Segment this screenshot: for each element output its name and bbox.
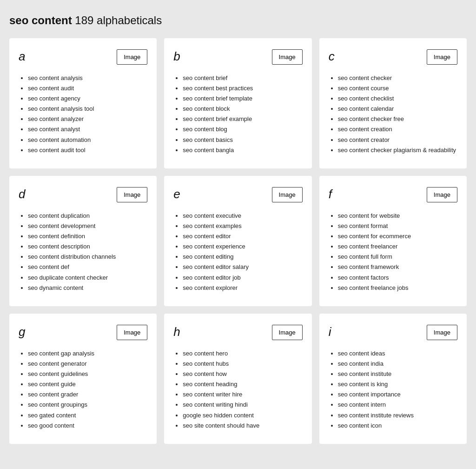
list-item: seo content duplication [28,211,147,221]
image-button-f[interactable]: Image [427,187,457,202]
list-item: seo content for ecommerce [338,231,457,241]
list-item: seo content automation [28,135,147,145]
list-item: seo content basics [183,135,302,145]
card-list-f: seo content for websiteseo content forma… [329,211,457,293]
card-list-b: seo content briefseo content best practi… [173,73,302,155]
list-item: seo content generator [28,359,147,369]
list-item: seo content analysis [28,73,147,83]
card-list-i: seo content ideasseo content indiaseo co… [329,348,457,431]
image-button-g[interactable]: Image [117,325,147,340]
list-item: seo content freelancer [338,241,457,252]
list-item: seo content editing [183,252,302,262]
list-item: seo content creator [338,135,457,145]
card-letter-d: d [19,187,25,201]
list-item: seo content brief [183,73,302,83]
image-button-h[interactable]: Image [272,325,303,340]
card-d: dImageseo content duplicationseo content… [9,176,157,306]
list-item: seo content editor job [183,273,302,283]
list-item: seo content guidelines [28,369,147,379]
list-item: seo content framework [338,262,457,272]
list-item: seo gated content [28,410,147,421]
list-item: seo content how [183,369,302,379]
list-item: seo content checker plagiarism & readabi… [338,145,457,155]
card-list-d: seo content duplicationseo content devel… [19,211,147,293]
card-letter-c: c [329,49,335,64]
list-item: seo content analyzer [28,114,147,124]
card-list-g: seo content gap analysisseo content gene… [19,348,147,431]
list-item: seo content analysis tool [28,104,147,114]
list-item: seo content executive [183,211,302,221]
list-item: seo content examples [183,221,302,231]
image-button-b[interactable]: Image [272,49,303,65]
list-item: seo content hero [183,348,302,359]
list-item: seo content editor [183,231,302,241]
list-item: seo content checker [338,73,457,83]
list-item: seo content writing hindi [183,400,302,410]
card-letter-a: a [19,49,25,64]
list-item: seo content agency [28,94,147,104]
list-item: seo content institute reviews [338,410,457,421]
list-item: seo content blog [183,124,302,134]
list-item: seo content best practices [183,83,302,94]
card-a: aImageseo content analysisseo content au… [9,38,157,168]
card-letter-g: g [19,325,25,339]
list-item: seo content block [183,104,302,114]
list-item: seo dynamic content [28,283,147,293]
list-item: seo content analyst [28,124,147,134]
list-item: seo content audit [28,83,147,94]
list-item: seo content intern [338,400,457,410]
list-item: seo content full form [338,252,457,262]
list-item: seo content brief template [183,94,302,104]
list-item: seo content brief example [183,114,302,124]
list-item: seo content ideas [338,348,457,359]
list-item: seo content heading [183,379,302,389]
list-item: seo content distribution channels [28,252,147,262]
card-letter-e: e [173,187,180,201]
list-item: seo content guide [28,379,147,389]
list-item: seo content gap analysis [28,348,147,359]
list-item: seo content factors [338,273,457,283]
card-list-e: seo content executiveseo content example… [173,211,302,293]
list-item: seo content india [338,359,457,369]
image-button-c[interactable]: Image [427,49,457,65]
image-button-e[interactable]: Image [272,187,303,202]
list-item: seo content for website [338,211,457,221]
list-item: seo site content should have [183,421,302,431]
list-item: seo content course [338,83,457,94]
list-item: seo content checker free [338,114,457,124]
list-item: seo content writer hire [183,389,302,400]
card-h: hImageseo content heroseo content hubsse… [164,314,311,444]
list-item: google seo hidden content [183,410,302,421]
cards-grid: aImageseo content analysisseo content au… [9,38,467,444]
card-letter-f: f [329,187,332,201]
list-item: seo content institute [338,369,457,379]
card-g: gImageseo content gap analysisseo conten… [9,314,157,444]
image-button-a[interactable]: Image [117,49,147,65]
card-b: bImageseo content briefseo content best … [164,38,311,168]
list-item: seo content creation [338,124,457,134]
list-item: seo content importance [338,389,457,400]
card-letter-i: i [329,325,331,339]
list-item: seo content definition [28,231,147,241]
image-button-i[interactable]: Image [427,325,457,340]
card-letter-h: h [173,325,180,339]
list-item: seo content freelance jobs [338,283,457,293]
list-item: seo content icon [338,421,457,431]
list-item: seo content calendar [338,104,457,114]
list-item: seo content format [338,221,457,231]
card-i: iImageseo content ideasseo content india… [319,314,467,444]
list-item: seo content description [28,241,147,252]
list-item: seo content hubs [183,359,302,369]
list-item: seo duplicate content checker [28,273,147,283]
list-item: seo content development [28,221,147,231]
list-item: seo content editor salary [183,262,302,272]
page-title: seo content 189 alphabeticals [9,14,467,27]
list-item: seo content experience [183,241,302,252]
card-c: cImageseo content checkerseo content cou… [319,38,467,168]
list-item: seo content audit tool [28,145,147,155]
card-list-h: seo content heroseo content hubsseo cont… [173,348,302,431]
card-list-a: seo content analysisseo content auditseo… [19,73,147,155]
card-list-c: seo content checkerseo content courseseo… [329,73,457,155]
image-button-d[interactable]: Image [117,187,147,202]
card-letter-b: b [173,49,180,64]
